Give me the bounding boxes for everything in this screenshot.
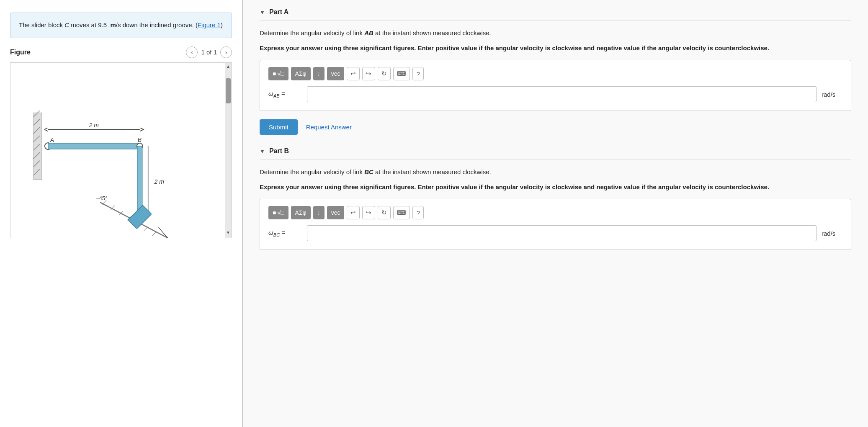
svg-line-28: [144, 226, 148, 231]
part-a-unit: rad/s: [822, 91, 842, 98]
part-b-undo-btn[interactable]: ↩: [347, 206, 360, 219]
svg-text:2 m: 2 m: [89, 122, 99, 129]
figure-nav: ‹ 1 of 1 ›: [186, 46, 232, 58]
part-b-chevron[interactable]: ▼: [260, 148, 265, 154]
problem-box: The slider block C moves at 9.5 m/s down…: [10, 13, 232, 38]
part-b-statement: Determine the angular velocity of link B…: [260, 167, 851, 177]
part-a-title: Part A: [269, 8, 289, 16]
left-panel: The slider block C moves at 9.5 m/s down…: [0, 0, 243, 427]
part-a-instruction: Express your answer using three signific…: [260, 43, 851, 53]
figure-label: Figure: [10, 49, 31, 56]
figure-header: Figure ‹ 1 of 1 ›: [10, 46, 232, 58]
part-b-symbols-btn[interactable]: ΑΣφ: [291, 206, 311, 219]
part-a-radical-btn[interactable]: ■ √□: [268, 67, 288, 80]
svg-text:A: A: [50, 136, 54, 143]
problem-text: The slider block C moves at 9.5 m/s down…: [19, 21, 223, 28]
part-a-help-btn[interactable]: ?: [412, 67, 423, 80]
part-a-toolbar: ■ √□ ΑΣφ ↕ vec ↩ ↪ ↻ ⌨ ?: [268, 67, 842, 80]
part-b-redo-btn[interactable]: ↪: [362, 206, 375, 219]
part-a-section: ▼ Part A Determine the angular velocity …: [260, 8, 851, 135]
part-b-keyboard-btn[interactable]: ⌨: [393, 206, 410, 219]
next-figure-button[interactable]: ›: [220, 46, 232, 58]
radical-symbol: √□: [277, 70, 284, 77]
part-a-arrows-btn[interactable]: ↕: [313, 67, 325, 80]
figure-svg: 2 m A B 2 m C: [10, 63, 232, 238]
radical-icon-b: ■: [273, 209, 276, 216]
part-b-arrows-btn[interactable]: ↕: [313, 206, 325, 219]
part-a-symbols-btn[interactable]: ΑΣφ: [291, 67, 311, 80]
figure-link[interactable]: Figure 1: [198, 21, 221, 28]
radical-icon: ■: [273, 70, 276, 77]
part-a-statement: Determine the angular velocity of link A…: [260, 28, 851, 38]
part-a-header: ▼ Part A: [260, 8, 851, 21]
svg-rect-13: [48, 143, 140, 149]
figure-container: 2 m A B 2 m C: [10, 62, 232, 238]
part-a-undo-btn[interactable]: ↩: [347, 67, 360, 80]
part-a-submit-button[interactable]: Submit: [260, 119, 298, 135]
scroll-up-arrow[interactable]: ▲: [225, 63, 232, 70]
svg-line-29: [152, 232, 157, 236]
part-b-input-row: ωBC = rad/s: [268, 225, 842, 241]
figure-section: Figure ‹ 1 of 1 ›: [0, 46, 242, 238]
part-a-request-answer-button[interactable]: Request Answer: [306, 123, 352, 131]
svg-text:−45°: −45°: [96, 195, 107, 201]
part-b-instruction: Express your answer using three signific…: [260, 182, 851, 192]
part-b-input-label: ωBC =: [268, 229, 302, 237]
part-b-answer-box: ■ √□ ΑΣφ ↕ vec ↩ ↪ ↻ ⌨ ? ωBC = rad/s: [260, 199, 851, 250]
prev-figure-button[interactable]: ‹: [186, 46, 198, 58]
part-a-answer-box: ■ √□ ΑΣφ ↕ vec ↩ ↪ ↻ ⌨ ? ωAB = rad/s: [260, 60, 851, 111]
radical-symbol-b: √□: [277, 209, 284, 216]
part-a-refresh-btn[interactable]: ↻: [378, 67, 391, 80]
scrollbar-thumb[interactable]: [226, 78, 231, 103]
part-a-keyboard-btn[interactable]: ⌨: [393, 67, 410, 80]
right-panel: ▼ Part A Determine the angular velocity …: [243, 0, 868, 427]
part-a-redo-btn[interactable]: ↪: [362, 67, 375, 80]
part-b-help-btn[interactable]: ?: [412, 206, 423, 219]
svg-text:2 m: 2 m: [154, 178, 164, 185]
part-a-input-label: ωAB =: [268, 90, 302, 98]
part-b-radical-btn[interactable]: ■ √□: [268, 206, 288, 219]
part-a-answer-input[interactable]: [307, 86, 816, 102]
part-b-answer-input[interactable]: [307, 225, 816, 241]
part-a-action-row: Submit Request Answer: [260, 119, 851, 135]
part-a-chevron[interactable]: ▼: [260, 9, 265, 15]
part-a-input-row: ωAB = rad/s: [268, 86, 842, 102]
part-b-title: Part B: [269, 147, 289, 155]
part-b-toolbar: ■ √□ ΑΣφ ↕ vec ↩ ↪ ↻ ⌨ ?: [268, 206, 842, 219]
svg-text:B: B: [138, 136, 142, 143]
part-b-section: ▼ Part B Determine the angular velocity …: [260, 147, 851, 250]
page-counter: 1 of 1: [201, 49, 217, 56]
part-b-vec-btn[interactable]: vec: [327, 206, 345, 219]
part-b-refresh-btn[interactable]: ↻: [378, 206, 391, 219]
scrollbar[interactable]: ▲ ▼: [225, 63, 232, 238]
part-b-unit: rad/s: [822, 230, 842, 237]
scroll-down-arrow[interactable]: ▼: [225, 229, 232, 236]
part-b-header: ▼ Part B: [260, 147, 851, 159]
part-a-vec-btn[interactable]: vec: [327, 67, 345, 80]
